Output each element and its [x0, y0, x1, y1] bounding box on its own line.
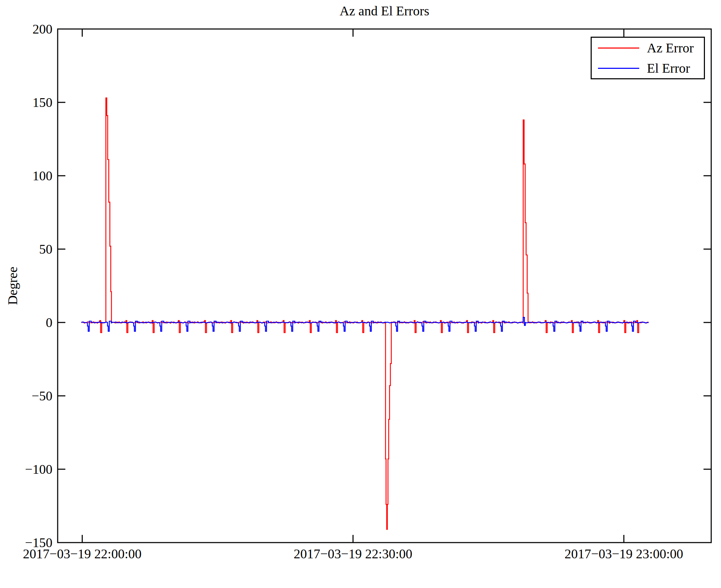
legend-label-el: El Error — [647, 60, 690, 76]
y-tick-label: 50 — [7, 241, 52, 257]
y-tick-label: 200 — [7, 21, 52, 37]
plot-area — [0, 0, 721, 588]
axes-path — [58, 29, 711, 543]
axes-frame — [58, 29, 711, 543]
az-error-line-sample — [598, 48, 639, 49]
figure: Az and El Errors Degree 200 150 100 50 0… — [0, 0, 721, 588]
y-tick-label: 150 — [7, 94, 52, 111]
el-error-line — [81, 317, 649, 331]
y-tick-label: 100 — [7, 167, 52, 184]
y-tick-label: 0 — [7, 314, 52, 331]
legend: Az Error El Error — [591, 37, 705, 79]
x-tick-label: 2017−03−19 22:30:00 — [273, 545, 433, 562]
y-tick-label: −50 — [7, 387, 52, 404]
el-error-line-sample — [598, 68, 639, 69]
legend-entry-el: El Error — [592, 60, 704, 76]
az-error-line — [81, 98, 649, 529]
legend-entry-az: Az Error — [592, 40, 704, 56]
x-tick-label: 2017−03−19 23:00:00 — [543, 545, 704, 562]
x-tick-label: 2017−03−19 22:00:00 — [2, 545, 163, 562]
y-tick-label: −100 — [7, 461, 52, 478]
data-series — [81, 98, 649, 529]
legend-label-az: Az Error — [647, 40, 694, 56]
